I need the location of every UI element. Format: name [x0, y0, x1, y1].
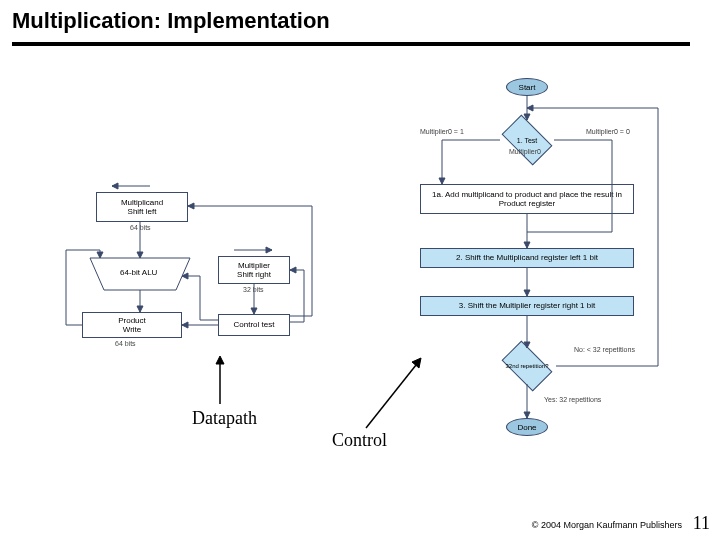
svg-marker-33 — [216, 356, 224, 364]
svg-marker-4 — [137, 252, 143, 258]
multiplier-label: Multiplier — [238, 261, 270, 270]
slide-title: Multiplication: Implementation — [12, 8, 330, 34]
test-title: 1. Test — [517, 137, 538, 144]
test-subtitle: Multiplier0 — [509, 148, 541, 155]
svg-marker-19 — [182, 273, 188, 279]
svg-line-34 — [366, 360, 420, 428]
multiplier-register: Multiplier Shift right — [218, 256, 290, 284]
connector-lines — [0, 0, 720, 540]
step-2-box: 2. Shift the Multiplicand register left … — [420, 248, 634, 268]
multiplicand-register: Multiplicand Shift left — [96, 192, 188, 222]
write-label: Write — [123, 325, 142, 334]
bits-32: 32 bits — [243, 286, 264, 293]
product-label: Product — [118, 316, 146, 325]
control-test-block: Control test — [218, 314, 290, 336]
alu-label: 64-bit ALU — [120, 268, 157, 277]
branch-eq0-label: Multiplier0 = 0 — [586, 128, 630, 135]
done-label: Done — [517, 423, 536, 432]
datapath-annotation: Datapath — [192, 408, 257, 429]
svg-marker-29 — [527, 105, 533, 111]
control-annotation: Control — [332, 430, 387, 451]
rep-yes-label: Yes: 32 repetitions — [544, 396, 601, 403]
svg-marker-15 — [188, 203, 194, 209]
branch-eq1-label: Multiplier0 = 1 — [420, 128, 464, 135]
bits-64-b: 64 bits — [115, 340, 136, 347]
repetition-label: 32nd repetition? — [505, 363, 548, 369]
step-2-text: 2. Shift the Multiplicand register left … — [456, 253, 598, 262]
svg-marker-2 — [112, 183, 118, 189]
step-1a-text: 1a. Add multiplicand to product and plac… — [424, 190, 630, 208]
step-3-text: 3. Shift the Multiplier register right 1… — [459, 301, 596, 310]
product-register: Product Write — [82, 312, 182, 338]
svg-marker-35 — [412, 358, 421, 368]
title-rule — [12, 42, 690, 46]
step-1a-box: 1a. Add multiplicand to product and plac… — [420, 184, 634, 214]
shift-right-label: Shift right — [237, 270, 271, 279]
bits-64-a: 64 bits — [130, 224, 151, 231]
multiplicand-label: Multiplicand — [121, 198, 163, 207]
done-node: Done — [506, 418, 548, 436]
start-node: Start — [506, 78, 548, 96]
control-test-label: Control test — [234, 320, 275, 329]
copyright-footer: © 2004 Morgan Kaufmann Publishers — [532, 520, 682, 530]
svg-marker-14 — [290, 267, 296, 273]
svg-marker-9 — [266, 247, 272, 253]
page-number: 11 — [693, 513, 710, 534]
svg-marker-13 — [182, 322, 188, 328]
step-3-box: 3. Shift the Multiplier register right 1… — [420, 296, 634, 316]
rep-no-label: No: < 32 repetitions — [574, 346, 635, 353]
svg-marker-7 — [97, 252, 103, 258]
repetition-decision: 32nd repetition? — [496, 346, 558, 386]
start-label: Start — [519, 83, 536, 92]
shift-left-label: Shift left — [128, 207, 157, 216]
